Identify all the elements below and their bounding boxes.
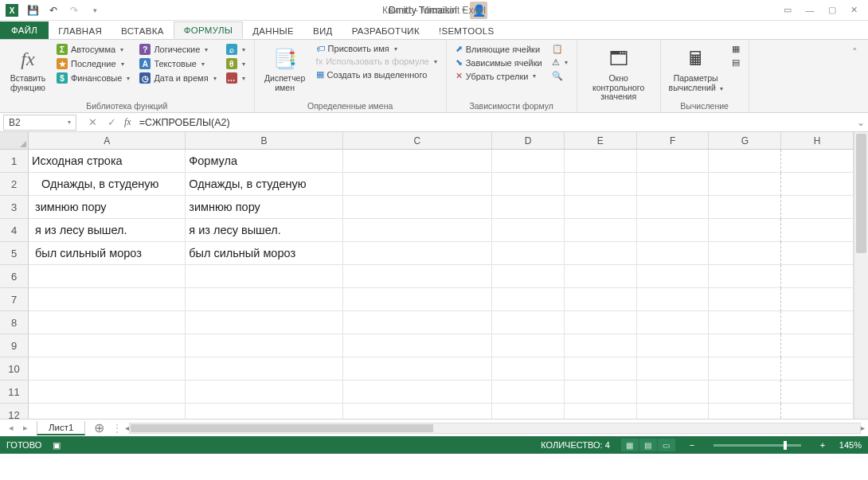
cell[interactable] — [186, 404, 342, 419]
remove-arrows-button[interactable]: ✕Убрать стрелки▾ — [453, 70, 545, 82]
cell[interactable] — [781, 357, 854, 380]
watch-window-button[interactable]: 🗔 Окно контрольного значения — [584, 43, 654, 102]
cell[interactable] — [709, 196, 781, 219]
cell[interactable] — [343, 150, 492, 173]
cell[interactable] — [637, 219, 710, 242]
close-icon[interactable]: ✕ — [844, 2, 865, 18]
row-header[interactable]: 5 — [0, 242, 29, 265]
row-header[interactable]: 10 — [0, 357, 29, 380]
cell[interactable] — [29, 265, 186, 288]
cell[interactable] — [343, 219, 492, 242]
enter-formula-icon[interactable]: ✓ — [104, 115, 119, 131]
cell[interactable]: Однажды, в студеную — [186, 173, 342, 196]
cell[interactable] — [186, 311, 342, 334]
cell[interactable] — [29, 311, 186, 334]
calc-sheet-button[interactable]: ▤ — [729, 57, 742, 68]
cell[interactable] — [29, 334, 186, 357]
cell[interactable] — [565, 242, 637, 265]
text-button[interactable]: AТекстовые▾ — [137, 57, 218, 70]
ribbon-options-icon[interactable]: ▭ — [777, 2, 798, 18]
cancel-formula-icon[interactable]: ✕ — [84, 115, 100, 131]
cell[interactable] — [709, 357, 781, 380]
minimize-icon[interactable]: — — [800, 2, 820, 18]
cell[interactable] — [492, 404, 565, 419]
cell[interactable] — [637, 380, 710, 404]
zoom-slider[interactable] — [714, 444, 801, 447]
row-header[interactable]: 11 — [0, 380, 29, 404]
cell[interactable] — [29, 404, 186, 419]
formula-input[interactable] — [136, 115, 854, 131]
cell[interactable] — [709, 150, 781, 173]
tab-home[interactable]: ГЛАВНАЯ — [49, 23, 111, 39]
cell[interactable] — [637, 150, 710, 173]
cell[interactable] — [492, 357, 565, 380]
undo-icon[interactable]: ↶ — [45, 2, 62, 19]
tab-file[interactable]: ФАЙЛ — [0, 21, 49, 39]
cell[interactable] — [29, 380, 186, 404]
cell[interactable] — [343, 357, 492, 380]
maximize-icon[interactable]: ▢ — [822, 2, 843, 18]
sheet-nav-next-icon[interactable]: ▸ — [19, 422, 32, 435]
cell[interactable]: я из лесу вышел. — [29, 219, 186, 242]
cell[interactable] — [781, 380, 854, 404]
cell[interactable] — [781, 219, 854, 242]
chevron-down-icon[interactable]: ▾ — [68, 119, 71, 126]
cell[interactable] — [781, 265, 854, 288]
cell[interactable] — [565, 265, 637, 288]
cell[interactable] — [709, 265, 781, 288]
cell[interactable] — [492, 334, 565, 357]
trace-precedents-button[interactable]: ⬈Влияющие ячейки — [453, 43, 545, 55]
cell[interactable] — [781, 173, 854, 196]
cell[interactable] — [492, 196, 565, 219]
row-header[interactable]: 1 — [0, 150, 29, 173]
column-header[interactable]: D — [492, 132, 565, 150]
cell[interactable] — [29, 288, 186, 311]
cell[interactable] — [343, 380, 492, 404]
cell[interactable] — [637, 357, 710, 380]
cell[interactable] — [492, 311, 565, 334]
column-header[interactable]: A — [29, 132, 186, 150]
column-header[interactable]: C — [343, 132, 492, 150]
zoom-out-icon[interactable]: − — [686, 439, 698, 451]
cell[interactable] — [186, 265, 342, 288]
cell[interactable] — [492, 288, 565, 311]
row-header[interactable]: 6 — [0, 265, 29, 288]
cell[interactable] — [343, 288, 492, 311]
zoom-in-icon[interactable]: + — [817, 439, 828, 451]
cell[interactable] — [343, 173, 492, 196]
cell[interactable] — [637, 288, 710, 311]
define-name-button[interactable]: 🏷Присвоить имя▾ — [314, 43, 440, 54]
cell[interactable] — [565, 404, 637, 419]
column-header[interactable]: H — [781, 132, 854, 150]
cell[interactable] — [637, 311, 710, 334]
macro-record-icon[interactable]: ▣ — [53, 440, 61, 451]
financial-button[interactable]: $Финансовые▾ — [54, 72, 132, 84]
cell[interactable] — [637, 404, 710, 419]
name-box[interactable]: B2 ▾ — [3, 115, 76, 131]
qat-customize-icon[interactable]: ▾ — [86, 2, 104, 19]
cell[interactable] — [492, 150, 565, 173]
tab-data[interactable]: ДАННЫЕ — [243, 23, 303, 39]
expand-formula-bar-icon[interactable]: ⌄ — [854, 117, 868, 128]
cell[interactable] — [781, 196, 854, 219]
cell[interactable] — [492, 173, 565, 196]
sheet-nav-prev-icon[interactable]: ◂ — [5, 422, 18, 435]
cell[interactable]: я из лесу вышел. — [186, 219, 342, 242]
cell[interactable] — [565, 150, 637, 173]
lookup-button[interactable]: ⌕▾ — [224, 43, 248, 56]
cell[interactable]: зимнюю пору — [29, 196, 186, 219]
cell[interactable] — [492, 265, 565, 288]
evaluate-formula-button[interactable]: 🔍 — [549, 70, 570, 82]
row-header[interactable]: 3 — [0, 196, 29, 219]
cell[interactable] — [637, 196, 710, 219]
row-header[interactable]: 12 — [0, 404, 29, 419]
cell[interactable] — [343, 196, 492, 219]
cell[interactable] — [343, 265, 492, 288]
datetime-button[interactable]: ◷Дата и время▾ — [137, 72, 218, 84]
row-header[interactable]: 9 — [0, 334, 29, 357]
autosum-button[interactable]: ΣАвтосумма▾ — [54, 43, 132, 56]
add-sheet-icon[interactable]: ⊕ — [90, 421, 108, 435]
cell[interactable] — [565, 357, 637, 380]
select-all-corner[interactable] — [0, 132, 29, 150]
error-checking-button[interactable]: ⚠▾ — [549, 57, 570, 68]
